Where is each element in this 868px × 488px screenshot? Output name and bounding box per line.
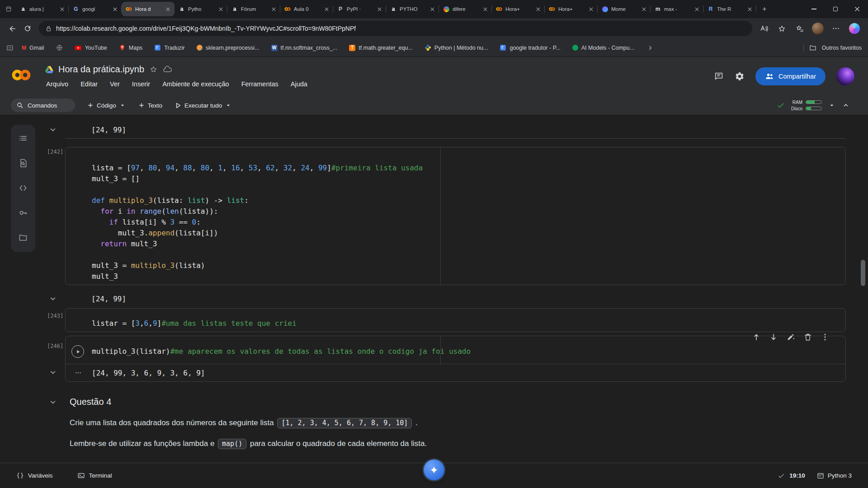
code-line[interactable]: mult_3 = [] bbox=[92, 174, 845, 184]
add-code-button[interactable]: Código bbox=[87, 102, 126, 109]
bookmark-item[interactable]: Wtf.nn.softmax_cross_... bbox=[271, 45, 338, 51]
comment-icon[interactable] bbox=[714, 71, 724, 81]
scrollbar-thumb[interactable] bbox=[861, 260, 865, 286]
notebook-title[interactable]: Hora da prática.ipynb bbox=[58, 64, 144, 75]
menu-item[interactable]: Ajuda bbox=[291, 80, 307, 88]
tab-actions-icon[interactable] bbox=[3, 4, 14, 14]
copilot-icon[interactable] bbox=[849, 23, 860, 34]
files-folder-icon[interactable] bbox=[19, 233, 28, 242]
tab-close-icon[interactable] bbox=[270, 6, 277, 12]
kernel-button[interactable]: Python 3 bbox=[817, 472, 852, 479]
tab-close-icon[interactable] bbox=[429, 6, 435, 12]
bookmark-item[interactable]: google tradutor - P... bbox=[500, 44, 560, 51]
tab-close-icon[interactable] bbox=[112, 6, 118, 12]
code-snippets-icon[interactable] bbox=[19, 183, 28, 192]
bookmark-item[interactable]: Python | Método nu... bbox=[425, 44, 488, 51]
refresh-button[interactable] bbox=[20, 21, 35, 36]
code-line[interactable]: def multiplo_3(lista: list) -> list: bbox=[92, 195, 845, 206]
browser-tab[interactable]: difere bbox=[439, 2, 492, 16]
favorite-star-icon[interactable] bbox=[774, 21, 789, 36]
code-line[interactable] bbox=[92, 249, 845, 260]
code-editor[interactable]: lista = [97, 80, 94, 88, 80, 1, 16, 53, … bbox=[66, 147, 845, 282]
browser-tab[interactable]: RThe R bbox=[703, 2, 756, 16]
tab-close-icon[interactable] bbox=[165, 6, 171, 12]
commands-button[interactable]: Comandos bbox=[11, 99, 75, 112]
new-tab-button[interactable] bbox=[758, 3, 771, 15]
tab-close-icon[interactable] bbox=[217, 6, 224, 12]
read-aloud-icon[interactable] bbox=[756, 21, 771, 36]
collapse-header-icon[interactable] bbox=[842, 101, 850, 109]
code-line[interactable]: multiplo_3(listar)#me aparecem os valore… bbox=[92, 346, 845, 357]
browser-tab[interactable]: PPyPI · bbox=[333, 2, 386, 16]
collapse-output-icon[interactable] bbox=[48, 367, 58, 377]
window-maximize-button[interactable] bbox=[825, 0, 846, 18]
browser-tab[interactable]: Mome bbox=[598, 2, 651, 16]
menu-item[interactable]: Arquivo bbox=[46, 80, 68, 88]
section-heading[interactable]: Questão 4 bbox=[70, 396, 111, 407]
back-button[interactable] bbox=[5, 21, 20, 36]
ai-edit-icon[interactable] bbox=[786, 333, 795, 342]
delete-cell-icon[interactable] bbox=[803, 333, 812, 342]
variables-button[interactable]: Variáveis bbox=[16, 472, 53, 479]
browser-tab[interactable]: Hora d bbox=[122, 2, 175, 16]
settings-gear-icon[interactable] bbox=[735, 71, 745, 81]
colab-logo-icon[interactable] bbox=[11, 68, 32, 82]
bookmarks-overflow-icon[interactable] bbox=[647, 45, 653, 51]
menu-item[interactable]: Editar bbox=[80, 80, 98, 88]
output-options-icon[interactable] bbox=[75, 369, 82, 376]
add-text-button[interactable]: Texto bbox=[138, 102, 162, 109]
bookmark-item[interactable]: Maps bbox=[119, 44, 143, 51]
user-avatar[interactable] bbox=[836, 67, 854, 85]
browser-tab[interactable]: Hora+ bbox=[545, 2, 598, 16]
star-icon[interactable] bbox=[149, 65, 158, 74]
share-button[interactable]: Compartilhar bbox=[755, 67, 826, 85]
bookmark-item[interactable]: Ttf.math.greater_equ... bbox=[349, 45, 413, 51]
find-in-notebook-icon[interactable] bbox=[19, 159, 28, 168]
tab-close-icon[interactable] bbox=[535, 6, 541, 12]
code-cell[interactable]: listar = [3,6,9]#uma das listas teste qu… bbox=[65, 308, 846, 332]
menu-item[interactable]: Ver bbox=[110, 80, 120, 88]
browser-tab[interactable]: mmax - bbox=[651, 2, 703, 16]
menu-item[interactable]: Ferramentas bbox=[241, 80, 278, 88]
tab-close-icon[interactable] bbox=[641, 6, 647, 12]
bookmark-item[interactable] bbox=[56, 44, 63, 51]
bookmark-item[interactable]: Traduzir bbox=[154, 44, 184, 51]
code-line[interactable]: listar = [3,6,9]#uma das listas teste qu… bbox=[92, 318, 845, 329]
bookmark-item[interactable]: MGmail bbox=[22, 45, 44, 51]
chevron-down-icon[interactable] bbox=[828, 102, 835, 109]
code-line[interactable]: mult_3 = multiplo_3(lista) bbox=[92, 260, 845, 271]
browser-tab[interactable]: Hora+ bbox=[492, 2, 545, 16]
code-line[interactable] bbox=[92, 184, 845, 195]
terminal-button[interactable]: Terminal bbox=[77, 472, 112, 479]
browser-profile-avatar[interactable] bbox=[812, 23, 824, 34]
browser-tab[interactable]: aPYTHO bbox=[386, 2, 439, 16]
tab-close-icon[interactable] bbox=[59, 6, 65, 12]
run-all-button[interactable]: Executar tudo bbox=[174, 102, 232, 109]
code-editor[interactable]: listar = [3,6,9]#uma das listas teste qu… bbox=[66, 309, 845, 329]
tab-close-icon[interactable] bbox=[482, 6, 488, 12]
code-line[interactable]: mult_3.append(lista[i]) bbox=[92, 228, 845, 239]
tab-close-icon[interactable] bbox=[693, 6, 700, 12]
url-field[interactable]: https://colab.research.google.com/drive/… bbox=[39, 21, 752, 36]
code-line[interactable]: lista = [97, 80, 94, 88, 80, 1, 16, 53, … bbox=[92, 163, 845, 174]
browser-menu-icon[interactable] bbox=[828, 21, 844, 36]
code-line[interactable]: for i in range(len(lista)): bbox=[92, 206, 845, 217]
gemini-spark-button[interactable] bbox=[424, 460, 444, 480]
menu-item[interactable]: Inserir bbox=[132, 80, 150, 88]
resource-gauges[interactable]: RAM Disco bbox=[791, 100, 822, 111]
other-favorites[interactable]: Outros favoritos bbox=[803, 44, 862, 52]
tab-close-icon[interactable] bbox=[323, 6, 330, 12]
window-minimize-button[interactable] bbox=[803, 0, 825, 18]
bookmark-item[interactable]: AI Models - Compu... bbox=[572, 45, 634, 51]
tab-close-icon[interactable] bbox=[588, 6, 594, 12]
code-editor[interactable]: multiplo_3(listar)#me aparecem os valore… bbox=[66, 336, 845, 357]
tab-close-icon[interactable] bbox=[376, 6, 382, 12]
run-cell-button[interactable] bbox=[71, 345, 84, 358]
window-close-button[interactable] bbox=[846, 0, 868, 18]
menu-item[interactable]: Ambiente de execução bbox=[162, 80, 229, 88]
code-line[interactable]: if lista[i] % 3 == 0: bbox=[92, 217, 845, 228]
bookmark-item[interactable]: sklearn.preprocessi... bbox=[197, 45, 259, 51]
code-line[interactable]: mult_3 bbox=[92, 271, 845, 282]
browser-tab[interactable]: Ggoogl bbox=[69, 2, 122, 16]
reading-mode-icon[interactable] bbox=[6, 44, 14, 52]
